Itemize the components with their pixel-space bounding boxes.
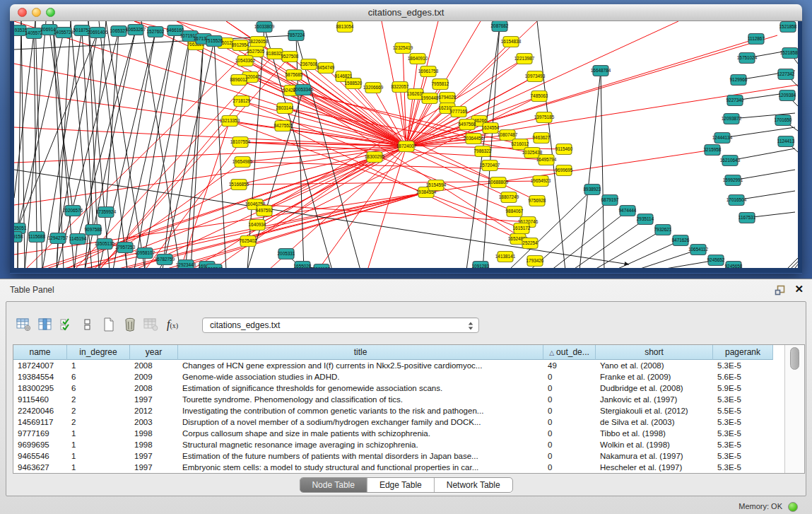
graph-window: citations_edges.txt 18724007766382288601… — [10, 4, 802, 274]
zoom-window-button[interactable] — [46, 8, 55, 17]
svg-text:8938923: 8938923 — [584, 187, 601, 192]
node-table[interactable]: namein_degreeyeartitle△out_de...shortpag… — [13, 344, 805, 474]
svg-text:1615172: 1615172 — [513, 226, 531, 230]
tab-network-table[interactable]: Network Table — [435, 478, 512, 492]
close-panel-icon[interactable]: ✕ — [794, 283, 804, 296]
svg-text:14055724: 14055724 — [54, 30, 74, 35]
table-row[interactable]: 1830029562008Estimation of significance … — [13, 382, 773, 394]
import-table-icon[interactable] — [141, 315, 162, 334]
svg-text:2718129: 2718129 — [233, 98, 251, 103]
table-row[interactable]: 946554611997Estimation of the future num… — [13, 450, 773, 462]
new-document-icon[interactable] — [98, 315, 119, 334]
svg-text:20691406: 20691406 — [88, 30, 108, 35]
table-type-tabs: Node TableEdge TableNetwork Table — [299, 477, 512, 493]
svg-text:9227340: 9227340 — [726, 98, 744, 103]
svg-text:252254: 252254 — [522, 240, 538, 245]
column-header-short[interactable]: short — [596, 345, 713, 360]
column-header-year[interactable]: year — [130, 345, 178, 360]
tab-edge-table[interactable]: Edge Table — [367, 478, 435, 492]
column-header-title[interactable]: title — [178, 345, 543, 360]
table-panel-title: Table Panel — [10, 285, 54, 295]
svg-text:12942757: 12942757 — [48, 235, 69, 240]
svg-text:12923448: 12923448 — [176, 262, 196, 267]
svg-text:1624554: 1624554 — [482, 125, 500, 130]
close-window-button[interactable] — [18, 8, 27, 17]
svg-text:9245658: 9245658 — [725, 264, 743, 268]
select-rows-icon[interactable] — [56, 315, 77, 334]
svg-text:2935114: 2935114 — [637, 216, 654, 221]
row-height-icon[interactable] — [77, 315, 98, 334]
svg-text:12325419: 12325419 — [393, 45, 413, 50]
svg-text:1115688: 1115688 — [28, 234, 45, 239]
svg-text:15154594: 15154594 — [426, 182, 447, 187]
svg-text:15218586: 15218586 — [780, 50, 798, 55]
table-row[interactable]: 1938455462009Genome-wide association stu… — [13, 371, 773, 382]
float-panel-icon[interactable] — [775, 285, 785, 296]
svg-text:3215958: 3215958 — [704, 147, 722, 152]
svg-text:9463627: 9463627 — [533, 135, 551, 140]
svg-text:2005331: 2005331 — [278, 251, 295, 256]
window-title: citations_edges.txt — [10, 4, 802, 21]
svg-text:12213987: 12213987 — [514, 56, 535, 61]
svg-text:2087682: 2087682 — [491, 23, 509, 28]
svg-text:15992991: 15992991 — [723, 177, 743, 182]
svg-text:8813054: 8813054 — [336, 24, 354, 29]
table-body[interactable]: 1872400712008Changes of HCN gene express… — [13, 360, 773, 473]
table-row[interactable]: 977716911998Corpus callosum shape and si… — [13, 428, 773, 439]
svg-text:9301123: 9301123 — [313, 267, 331, 268]
svg-text:10543362: 10543362 — [235, 58, 256, 63]
table-settings-icon[interactable] — [13, 315, 35, 334]
network-canvas[interactable]: 1872400776638228860125891295418226058352… — [10, 21, 802, 273]
svg-text:3527505: 3527505 — [247, 49, 265, 54]
svg-text:1124413: 1124413 — [777, 139, 795, 144]
table-row[interactable]: 2242004622012Investigating the contribut… — [13, 405, 773, 416]
svg-text:5875685: 5875685 — [286, 72, 303, 77]
table-row[interactable]: 1872400712008Changes of HCN gene express… — [13, 360, 773, 371]
vertical-scrollbar[interactable] — [784, 345, 804, 473]
svg-text:7857224: 7857224 — [288, 33, 305, 37]
svg-text:1227342: 1227342 — [777, 71, 795, 76]
table-row[interactable]: 969969511998Structural magnetic resonanc… — [13, 439, 773, 450]
svg-text:12093872: 12093872 — [722, 116, 742, 121]
table-row[interactable]: 1456911722003Disruption of a novel membe… — [13, 416, 773, 428]
function-builder-icon[interactable]: f(x) — [162, 315, 183, 334]
svg-text:8896012: 8896012 — [230, 77, 248, 82]
svg-text:9527508: 9527508 — [281, 54, 299, 59]
dropdown-arrows-icon — [468, 322, 473, 330]
svg-text:1588520: 1588520 — [345, 81, 363, 86]
table-row[interactable]: 946362711997Embryonic stem cells: a mode… — [13, 462, 773, 473]
table-panel: Table Panel ✕ — [0, 279, 812, 514]
table-toolbar: f(x) — [13, 315, 183, 334]
column-header-pagerank[interactable]: pagerank — [713, 345, 773, 360]
svg-text:20053346: 20053346 — [293, 87, 314, 92]
svg-text:16961758: 16961758 — [418, 69, 439, 74]
svg-text:7515526: 7515526 — [206, 38, 223, 43]
svg-text:16033809: 16033809 — [254, 24, 275, 29]
table-selector[interactable]: citations_edges.txt — [202, 317, 479, 333]
tab-node-table[interactable]: Node Table — [300, 478, 367, 492]
svg-text:15720407: 15720407 — [480, 163, 500, 168]
svg-text:6794028: 6794028 — [439, 95, 457, 100]
column-header-out_de[interactable]: △out_de... — [543, 345, 596, 360]
select-column-icon[interactable] — [35, 315, 56, 334]
table-row[interactable]: 911546021997Tourette syndrome. Phenomeno… — [13, 394, 773, 405]
svg-text:6216012: 6216012 — [512, 141, 529, 146]
svg-text:19654923: 19654923 — [531, 178, 551, 183]
column-header-in_degree[interactable]: in_degree — [67, 345, 130, 360]
svg-text:1145194: 1145194 — [69, 236, 87, 241]
network-graph[interactable]: 1872400776638228860125891295418226058352… — [14, 21, 798, 268]
table-header-row[interactable]: namein_degreeyeartitle△out_de...shortpag… — [13, 345, 773, 360]
delete-table-icon[interactable] — [119, 315, 141, 334]
scrollbar-thumb[interactable] — [790, 347, 799, 370]
svg-text:13213353: 13213353 — [220, 118, 240, 123]
svg-text:1655028: 1655028 — [294, 264, 312, 268]
status-bar: Memory: OK — [0, 498, 812, 514]
memory-status-indicator[interactable] — [788, 502, 798, 512]
svg-text:10958107: 10958107 — [135, 250, 155, 255]
svg-text:9097588: 9097588 — [85, 227, 102, 232]
minimize-window-button[interactable] — [32, 8, 41, 17]
window-titlebar[interactable]: citations_edges.txt — [10, 4, 802, 21]
svg-text:18807249: 18807249 — [499, 194, 519, 199]
svg-text:2367608: 2367608 — [300, 62, 318, 66]
column-header-name[interactable]: name — [13, 345, 67, 360]
